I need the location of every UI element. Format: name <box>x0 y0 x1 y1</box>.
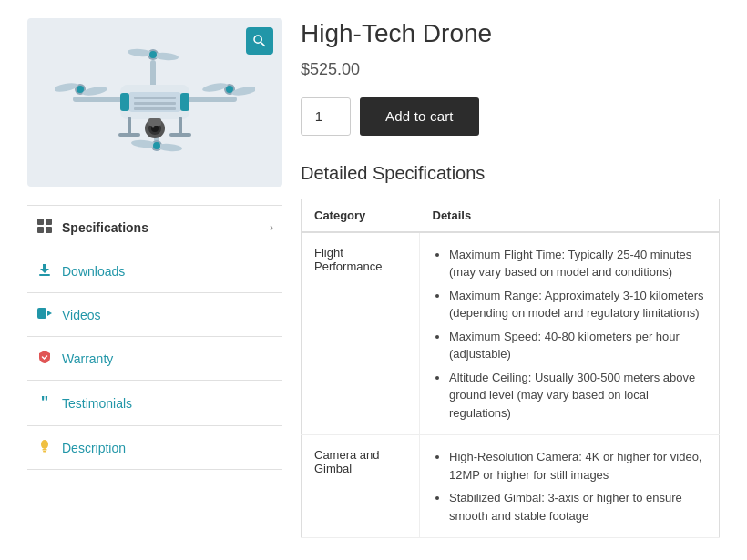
svg-rect-1 <box>187 97 237 102</box>
svg-rect-0 <box>73 97 123 102</box>
right-column: High-Tech Drone $525.00 Add to cart Deta… <box>301 18 720 538</box>
svg-rect-37 <box>46 219 52 225</box>
sidebar-item-warranty-label: Warranty <box>62 351 113 366</box>
sidebar-item-description[interactable]: Description <box>27 426 282 470</box>
svg-rect-6 <box>120 93 129 111</box>
sidebar-item-videos-label: Videos <box>62 308 101 322</box>
svg-rect-10 <box>134 107 176 110</box>
product-image <box>55 35 255 171</box>
sidebar-item-warranty[interactable]: Warranty <box>27 337 282 381</box>
svg-point-17 <box>55 81 78 93</box>
sidebar-item-testimonials[interactable]: " Testimonials <box>27 381 282 426</box>
col-category: Category <box>302 199 420 232</box>
svg-rect-45 <box>43 451 46 453</box>
svg-rect-30 <box>179 117 182 135</box>
bulb-icon <box>36 439 53 456</box>
main-container: Specifications › Downloads Videos Wa <box>0 0 747 556</box>
svg-rect-44 <box>43 449 47 451</box>
grid-icon <box>36 219 53 236</box>
svg-rect-41 <box>37 308 46 319</box>
svg-point-32 <box>77 86 84 93</box>
svg-point-18 <box>82 85 108 97</box>
svg-point-20 <box>202 81 229 93</box>
product-title: High-Tech Drone <box>301 18 720 49</box>
table-cell-category: Camera and Gimbal <box>302 435 420 538</box>
sidebar-item-downloads-label: Downloads <box>62 264 125 279</box>
zoom-button[interactable] <box>246 27 273 55</box>
product-image-wrapper <box>27 18 282 187</box>
list-item: Stabilized Gimbal: 3-axis or higher to e… <box>449 489 706 524</box>
list-item: Maximum Range: Approximately 3-10 kilome… <box>449 287 706 322</box>
svg-rect-38 <box>37 227 44 233</box>
table-row: Flight PerformanceMaximum Flight Time: T… <box>302 232 720 435</box>
svg-rect-9 <box>134 102 176 105</box>
list-item: High-Resolution Camera: 4K or higher for… <box>449 448 706 484</box>
svg-rect-15 <box>148 118 161 126</box>
svg-rect-28 <box>128 117 131 135</box>
sidebar-item-videos[interactable]: Videos <box>27 293 282 337</box>
col-details: Details <box>420 199 720 232</box>
sidebar-item-testimonials-label: Testimonials <box>62 396 132 411</box>
svg-rect-7 <box>180 93 189 111</box>
specs-table: Category Details Flight PerformanceMaxim… <box>301 199 720 539</box>
svg-rect-29 <box>118 133 140 137</box>
zoom-icon <box>251 33 268 49</box>
svg-rect-39 <box>46 227 52 233</box>
sidebar-item-specifications[interactable]: Specifications › <box>27 206 282 249</box>
sidebar-nav: Specifications › Downloads Videos Wa <box>27 205 282 470</box>
svg-point-43 <box>41 440 48 449</box>
svg-point-21 <box>231 85 255 97</box>
specs-table-header-row: Category Details <box>302 199 720 232</box>
list-item: Maximum Speed: 40-80 kilometers per hour… <box>449 328 706 363</box>
svg-rect-8 <box>134 97 176 99</box>
table-cell-category: Flight Performance <box>302 232 420 435</box>
add-to-cart-row: Add to cart <box>301 97 720 136</box>
svg-rect-40 <box>39 274 50 276</box>
svg-rect-36 <box>37 219 44 225</box>
shield-icon <box>36 350 53 367</box>
quantity-input[interactable] <box>301 97 351 136</box>
table-row: Camera and GimbalHigh-Resolution Camera:… <box>302 435 720 538</box>
sidebar-item-specifications-label: Specifications <box>62 220 148 235</box>
video-icon <box>36 306 53 323</box>
svg-point-35 <box>153 142 160 149</box>
svg-point-33 <box>226 86 233 93</box>
table-cell-details: Maximum Flight Time: Typically 25-40 min… <box>420 232 720 435</box>
download-icon <box>36 262 53 280</box>
list-item: Altitude Ceiling: Usually 300-500 meters… <box>449 369 706 423</box>
table-cell-details: High-Resolution Camera: 4K or higher for… <box>420 435 720 538</box>
svg-point-34 <box>149 51 157 58</box>
add-to-cart-button[interactable]: Add to cart <box>360 97 479 136</box>
svg-rect-31 <box>169 133 191 137</box>
sidebar-item-description-label: Description <box>62 441 126 455</box>
left-column: Specifications › Downloads Videos Wa <box>27 18 282 538</box>
sidebar-item-downloads[interactable]: Downloads <box>27 249 282 293</box>
svg-marker-42 <box>47 311 52 316</box>
product-price: $525.00 <box>301 60 720 79</box>
chevron-right-icon: › <box>270 221 273 234</box>
list-item: Maximum Flight Time: Typically 25-40 min… <box>449 246 706 281</box>
quote-icon: " <box>36 393 53 412</box>
specs-section-title: Detailed Specifications <box>301 163 720 184</box>
